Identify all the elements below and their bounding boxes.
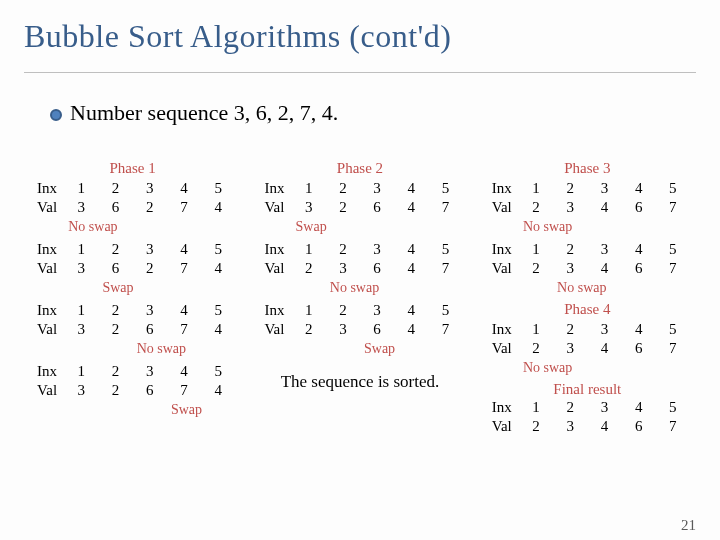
table-row: Val32674 [30,381,235,400]
table-row: Inx12345 [257,240,462,259]
bullet-text: Number sequence 3, 6, 2, 7, 4. [70,100,338,125]
table-row: Inx12345 [30,362,235,381]
phase-heading: Phase 1 [30,160,235,177]
slide-title: Bubble Sort Algorithms (cont'd) [0,0,720,55]
table-row: Val36274 [30,198,235,217]
step-table: Inx12345Val23647Swap [257,301,462,358]
note-row: No swap [30,217,235,236]
step-table: Inx12345Val23467 [485,398,690,436]
note-row: No swap [485,358,690,377]
step-table: Inx12345Val36274Swap [30,240,235,297]
table-row: Val23647 [257,259,462,278]
column-1: Phase 1Inx12345Val36274No swapInx12345Va… [30,160,235,520]
final-heading: Final result [485,381,690,398]
step-table: Inx12345Val32674Swap [30,362,235,419]
table-row: Inx12345 [485,240,690,259]
phase-heading: Phase 2 [257,160,462,177]
step-table: Inx12345Val32674No swap [30,301,235,358]
table-row: Inx12345 [30,301,235,320]
note-row: Swap [30,400,235,419]
sorted-text: The sequence is sorted. [257,372,462,392]
note-row: Swap [257,339,462,358]
table-row: Inx12345 [485,179,690,198]
column-2: Phase 2Inx12345Val32647SwapInx12345Val23… [257,160,462,520]
phase-heading: Phase 4 [485,301,690,318]
step-table: Inx12345Val23467No swap [485,179,690,236]
content-columns: Phase 1Inx12345Val36274No swapInx12345Va… [30,160,690,520]
table-row: Val36274 [30,259,235,278]
table-row: Val32647 [257,198,462,217]
note-row: No swap [485,217,690,236]
table-row: Inx12345 [485,398,690,417]
step-table: Inx12345Val32647Swap [257,179,462,236]
table-row: Inx12345 [485,320,690,339]
step-table: Inx12345Val23467No swap [485,240,690,297]
column-3: Phase 3Inx12345Val23467No swapInx12345Va… [485,160,690,520]
note-row: No swap [485,278,690,297]
note-row: No swap [257,278,462,297]
table-row: Inx12345 [30,240,235,259]
bullet-icon [50,109,62,121]
table-row: Val23467 [485,198,690,217]
page-number: 21 [681,517,696,534]
title-underline [24,72,696,73]
table-row: Val32674 [30,320,235,339]
step-table: Inx12345Val23647No swap [257,240,462,297]
table-row: Inx12345 [257,301,462,320]
table-row: Val23467 [485,417,690,436]
table-row: Inx12345 [257,179,462,198]
table-row: Val23647 [257,320,462,339]
table-row: Inx12345 [30,179,235,198]
table-row: Val23467 [485,259,690,278]
table-row: Val23467 [485,339,690,358]
note-row: No swap [30,339,235,358]
bullet-line: Number sequence 3, 6, 2, 7, 4. [50,100,338,126]
phase-heading: Phase 3 [485,160,690,177]
note-row: Swap [30,278,235,297]
step-table: Inx12345Val23467No swap [485,320,690,377]
note-row: Swap [257,217,462,236]
step-table: Inx12345Val36274No swap [30,179,235,236]
